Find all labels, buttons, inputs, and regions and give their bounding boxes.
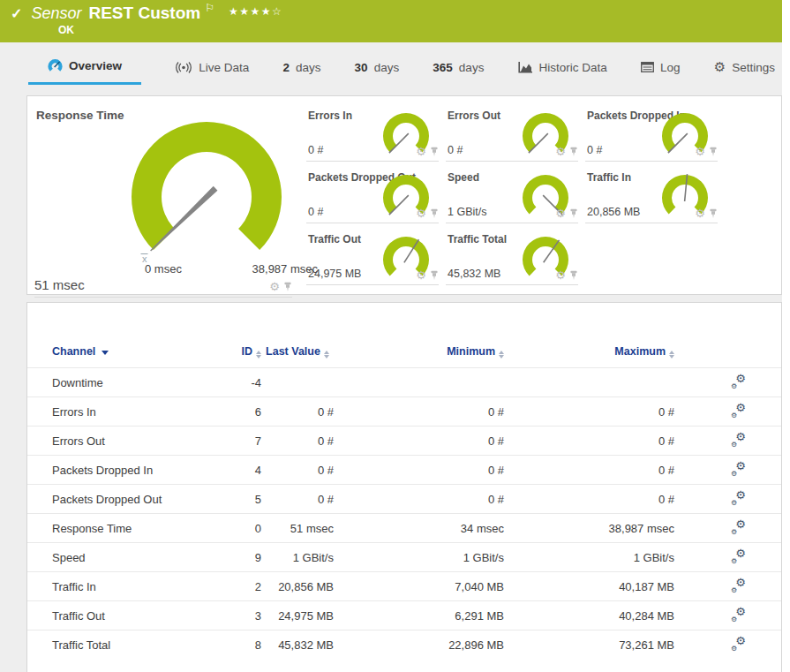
table-row[interactable]: Traffic Out324,975 MB6,291 MB40,284 MB⚙⚙	[27, 601, 781, 630]
channel-maximum: 0 #	[504, 485, 674, 514]
gauge-value: 51 msec	[34, 277, 85, 292]
channel-name[interactable]: Traffic Total	[27, 630, 207, 660]
channel-minimum	[334, 368, 504, 397]
table-row[interactable]: Response Time051 msec34 msec38,987 msec⚙…	[27, 514, 781, 543]
table-header-row: Channel ID Last Value Minimum Maximum	[27, 303, 781, 368]
gear-icon[interactable]: ⚙	[416, 269, 426, 281]
gear-icon[interactable]: ⚙	[695, 208, 705, 219]
gear-icon[interactable]: ⚙	[555, 146, 566, 157]
pin-icon[interactable]	[569, 208, 578, 219]
channel-maximum	[504, 368, 674, 397]
channel-maximum: 38,987 msec	[504, 514, 674, 543]
channel-minimum: 0 #	[334, 397, 504, 427]
channel-name[interactable]: Response Time	[27, 514, 207, 543]
gear-icon[interactable]: ⚙	[555, 208, 566, 219]
tab-bar: OverviewLive Data2days30days365daysHisto…	[0, 49, 782, 85]
channel-settings-icon[interactable]: ⚙⚙	[731, 520, 746, 534]
channel-name[interactable]: Traffic Out	[27, 601, 207, 630]
channel-name[interactable]: Packets Dropped In	[27, 456, 207, 485]
channel-settings-icon[interactable]: ⚙⚙	[731, 374, 746, 389]
channel-settings-icon[interactable]: ⚙⚙	[731, 462, 746, 476]
gear-icon[interactable]: ⚙	[416, 208, 426, 219]
channel-minimum: 22,896 MB	[334, 630, 504, 660]
channel-last-value: 0 #	[261, 485, 334, 514]
pin-icon[interactable]	[430, 208, 439, 219]
pin-icon[interactable]	[709, 208, 718, 219]
channel-name[interactable]: Errors In	[27, 397, 207, 427]
gauge-scale: 0 msec 38,987 msec	[145, 262, 318, 276]
channel-settings-icon[interactable]: ⚙⚙	[731, 549, 746, 563]
channel-last-value: 0 #	[261, 397, 334, 427]
gear-icon: ⚙	[714, 59, 726, 75]
channel-minimum: 0 #	[334, 427, 504, 456]
pin-icon[interactable]	[709, 147, 718, 157]
gauge-cell-errors-out: Errors Out 0 # ⚙	[446, 105, 578, 162]
channel-name[interactable]: Speed	[27, 543, 207, 572]
sensor-title: REST Custom	[88, 4, 200, 23]
channel-name[interactable]: Errors Out	[27, 427, 207, 456]
gauge-cell-errors-in: Errors In 0 # ⚙	[306, 105, 439, 162]
gear-icon[interactable]: ⚙	[695, 146, 705, 157]
tab-label: days	[296, 61, 321, 74]
channel-maximum: 0 #	[504, 456, 674, 485]
flag-icon[interactable]: ⚐	[205, 2, 214, 14]
pin-icon[interactable]	[430, 147, 439, 157]
channel-maximum: 0 #	[504, 427, 674, 456]
channel-name[interactable]: Downtime	[27, 368, 207, 397]
channel-settings-icon[interactable]: ⚙⚙	[731, 578, 746, 593]
table-row[interactable]: Packets Dropped Out50 #0 #0 #⚙⚙	[27, 485, 781, 514]
column-header-last-value[interactable]: Last Value	[261, 303, 334, 368]
gauge-scale-min: 0 msec	[145, 262, 182, 276]
table-row[interactable]: Errors In60 #0 #0 #⚙⚙	[27, 397, 781, 427]
column-header-maximum[interactable]: Maximum	[504, 303, 674, 368]
channel-settings-icon[interactable]: ⚙⚙	[731, 637, 746, 651]
tab-label: Log	[660, 61, 681, 74]
channel-id: 3	[207, 601, 261, 630]
tab-2-days[interactable]: 2days	[282, 49, 320, 85]
table-row[interactable]: Errors Out70 #0 #0 #⚙⚙	[27, 427, 781, 456]
gauge-cell-packets-dropped-in: Packets Dropped In 0 # ⚙	[585, 105, 718, 162]
table-row[interactable]: Packets Dropped In40 #0 #0 #⚙⚙	[27, 456, 781, 485]
table-row[interactable]: Traffic Total845,832 MB22,896 MB73,261 M…	[27, 630, 781, 660]
pin-icon[interactable]	[283, 282, 292, 292]
channel-minimum: 34 msec	[334, 514, 504, 543]
channel-settings-icon[interactable]: ⚙⚙	[731, 608, 746, 622]
column-header-channel[interactable]: Channel	[27, 303, 207, 368]
channel-name[interactable]: Traffic In	[27, 572, 207, 601]
gear-icon[interactable]: ⚙	[269, 281, 280, 292]
channel-settings-icon[interactable]: ⚙⚙	[731, 491, 746, 505]
gear-icon[interactable]: ⚙	[555, 269, 566, 281]
tab-overview[interactable]: Overview	[28, 49, 141, 85]
channel-minimum: 6,291 MB	[334, 601, 504, 630]
channel-last-value	[261, 368, 334, 397]
sort-arrows-icon	[669, 351, 674, 359]
channel-name[interactable]: Packets Dropped Out	[27, 485, 207, 514]
channel-settings-icon[interactable]: ⚙⚙	[731, 433, 746, 447]
gauge-cell-packets-dropped-out: Packets Dropped Out 0 # ⚙	[306, 167, 439, 223]
gauge-label: Errors In	[308, 109, 352, 122]
channel-id: 8	[207, 630, 261, 660]
sort-arrows-icon	[499, 351, 504, 359]
tab-log[interactable]: Log	[641, 49, 681, 85]
pin-icon[interactable]	[569, 147, 578, 157]
gauge-value: 24,975 MB	[308, 268, 361, 280]
table-row[interactable]: Speed91 GBit/s1 GBit/s1 GBit/s⚙⚙	[27, 543, 781, 572]
tab-365-days[interactable]: 365days	[433, 49, 484, 85]
table-row[interactable]: Downtime-4⚙⚙	[27, 368, 781, 397]
pin-icon[interactable]	[430, 270, 439, 281]
column-header-minimum[interactable]: Minimum	[334, 303, 504, 368]
table-row[interactable]: Traffic In220,856 MB7,040 MB40,187 MB⚙⚙	[27, 572, 781, 601]
sort-caret-icon	[102, 351, 109, 355]
tab-historic-data[interactable]: Historic Data	[518, 49, 607, 85]
channel-last-value: 20,856 MB	[261, 572, 334, 601]
gear-icon[interactable]: ⚙	[416, 146, 426, 157]
tab-live-data[interactable]: Live Data	[175, 49, 249, 85]
pin-icon[interactable]	[569, 270, 578, 281]
tab-30-days[interactable]: 30days	[355, 49, 400, 85]
channel-id: 7	[207, 427, 261, 456]
column-header-id[interactable]: ID	[207, 303, 261, 368]
priority-stars[interactable]: ★★★★☆	[229, 5, 282, 18]
channel-settings-icon[interactable]: ⚙⚙	[731, 404, 746, 418]
sort-arrows-icon	[324, 351, 329, 359]
tab-settings[interactable]: ⚙Settings	[714, 49, 775, 85]
